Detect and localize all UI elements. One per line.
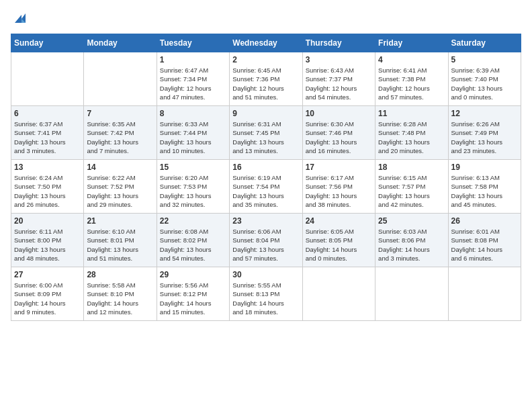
calendar-cell: 9Sunrise: 6:31 AM Sunset: 7:45 PM Daylig… xyxy=(230,106,302,160)
day-info: Sunrise: 6:31 AM Sunset: 7:45 PM Dayligh… xyxy=(232,120,299,155)
day-info: Sunrise: 6:15 AM Sunset: 7:57 PM Dayligh… xyxy=(378,173,445,209)
calendar-cell xyxy=(84,52,157,106)
day-number: 22 xyxy=(160,216,226,226)
header-day: Friday xyxy=(375,34,448,52)
day-number: 9 xyxy=(232,109,299,118)
calendar-cell: 11Sunrise: 6:28 AM Sunset: 7:48 PM Dayli… xyxy=(375,106,448,160)
day-info: Sunrise: 6:30 AM Sunset: 7:46 PM Dayligh… xyxy=(306,120,372,155)
day-info: Sunrise: 6:41 AM Sunset: 7:38 PM Dayligh… xyxy=(378,66,445,101)
page-header xyxy=(11,11,521,26)
calendar-cell: 16Sunrise: 6:19 AM Sunset: 7:54 PM Dayli… xyxy=(230,160,302,214)
calendar-week-row: 1Sunrise: 6:47 AM Sunset: 7:34 PM Daylig… xyxy=(11,52,521,106)
day-number: 1 xyxy=(160,55,226,64)
calendar-cell: 24Sunrise: 6:05 AM Sunset: 8:05 PM Dayli… xyxy=(302,214,375,267)
calendar-cell: 29Sunrise: 5:56 AM Sunset: 8:12 PM Dayli… xyxy=(157,267,229,321)
calendar-cell: 23Sunrise: 6:06 AM Sunset: 8:04 PM Dayli… xyxy=(230,214,302,267)
day-number: 19 xyxy=(451,163,518,172)
day-number: 25 xyxy=(378,216,445,226)
logo xyxy=(11,11,27,26)
calendar-cell: 10Sunrise: 6:30 AM Sunset: 7:46 PM Dayli… xyxy=(302,106,375,160)
calendar-cell: 2Sunrise: 6:45 AM Sunset: 7:36 PM Daylig… xyxy=(230,52,302,106)
calendar-week-row: 13Sunrise: 6:24 AM Sunset: 7:50 PM Dayli… xyxy=(11,160,521,214)
day-info: Sunrise: 6:08 AM Sunset: 8:02 PM Dayligh… xyxy=(160,227,226,263)
day-number: 20 xyxy=(14,216,81,226)
calendar-cell: 21Sunrise: 6:10 AM Sunset: 8:01 PM Dayli… xyxy=(84,214,157,267)
calendar-cell: 25Sunrise: 6:03 AM Sunset: 8:06 PM Dayli… xyxy=(375,214,448,267)
calendar-cell: 7Sunrise: 6:35 AM Sunset: 7:42 PM Daylig… xyxy=(84,106,157,160)
calendar-cell: 13Sunrise: 6:24 AM Sunset: 7:50 PM Dayli… xyxy=(11,160,84,214)
day-info: Sunrise: 6:37 AM Sunset: 7:41 PM Dayligh… xyxy=(14,120,81,155)
calendar-week-row: 20Sunrise: 6:11 AM Sunset: 8:00 PM Dayli… xyxy=(11,214,521,267)
calendar-cell: 18Sunrise: 6:15 AM Sunset: 7:57 PM Dayli… xyxy=(375,160,448,214)
header-day: Monday xyxy=(84,34,157,52)
calendar-cell xyxy=(375,267,448,321)
day-number: 13 xyxy=(14,163,81,172)
calendar-cell: 22Sunrise: 6:08 AM Sunset: 8:02 PM Dayli… xyxy=(157,214,229,267)
day-info: Sunrise: 6:20 AM Sunset: 7:53 PM Dayligh… xyxy=(160,173,226,209)
calendar-cell: 12Sunrise: 6:26 AM Sunset: 7:49 PM Dayli… xyxy=(448,106,521,160)
header-day: Tuesday xyxy=(157,34,229,52)
day-number: 15 xyxy=(160,163,226,172)
day-info: Sunrise: 6:05 AM Sunset: 8:05 PM Dayligh… xyxy=(306,227,372,263)
day-info: Sunrise: 5:58 AM Sunset: 8:10 PM Dayligh… xyxy=(87,281,153,316)
day-number: 5 xyxy=(451,55,518,64)
day-number: 3 xyxy=(306,55,372,64)
day-number: 7 xyxy=(87,109,153,118)
header-row: SundayMondayTuesdayWednesdayThursdayFrid… xyxy=(11,34,521,52)
day-number: 8 xyxy=(160,109,226,118)
day-number: 30 xyxy=(232,270,299,279)
day-info: Sunrise: 6:26 AM Sunset: 7:49 PM Dayligh… xyxy=(451,120,518,155)
day-number: 29 xyxy=(160,270,226,279)
day-info: Sunrise: 6:01 AM Sunset: 8:08 PM Dayligh… xyxy=(451,227,518,263)
calendar-cell: 20Sunrise: 6:11 AM Sunset: 8:00 PM Dayli… xyxy=(11,214,84,267)
header-day: Wednesday xyxy=(230,34,302,52)
calendar-cell: 17Sunrise: 6:17 AM Sunset: 7:56 PM Dayli… xyxy=(302,160,375,214)
logo-icon xyxy=(12,11,27,26)
calendar-week-row: 27Sunrise: 6:00 AM Sunset: 8:09 PM Dayli… xyxy=(11,267,521,321)
header-day: Thursday xyxy=(302,34,375,52)
day-info: Sunrise: 6:00 AM Sunset: 8:09 PM Dayligh… xyxy=(14,281,81,316)
day-number: 14 xyxy=(87,163,153,172)
day-info: Sunrise: 6:24 AM Sunset: 7:50 PM Dayligh… xyxy=(14,173,81,209)
day-number: 18 xyxy=(378,163,445,172)
calendar-week-row: 6Sunrise: 6:37 AM Sunset: 7:41 PM Daylig… xyxy=(11,106,521,160)
header-day: Saturday xyxy=(448,34,521,52)
day-info: Sunrise: 6:43 AM Sunset: 7:37 PM Dayligh… xyxy=(306,66,372,101)
calendar-cell: 4Sunrise: 6:41 AM Sunset: 7:38 PM Daylig… xyxy=(375,52,448,106)
day-number: 17 xyxy=(306,163,372,172)
calendar-cell: 26Sunrise: 6:01 AM Sunset: 8:08 PM Dayli… xyxy=(448,214,521,267)
day-number: 21 xyxy=(87,216,153,226)
calendar-cell xyxy=(448,267,521,321)
day-number: 12 xyxy=(451,109,518,118)
day-info: Sunrise: 5:55 AM Sunset: 8:13 PM Dayligh… xyxy=(232,281,299,316)
day-number: 26 xyxy=(451,216,518,226)
day-info: Sunrise: 6:19 AM Sunset: 7:54 PM Dayligh… xyxy=(232,173,299,209)
day-info: Sunrise: 6:28 AM Sunset: 7:48 PM Dayligh… xyxy=(378,120,445,155)
calendar-table: SundayMondayTuesdayWednesdayThursdayFrid… xyxy=(11,34,521,321)
day-info: Sunrise: 6:10 AM Sunset: 8:01 PM Dayligh… xyxy=(87,227,153,263)
calendar-cell: 30Sunrise: 5:55 AM Sunset: 8:13 PM Dayli… xyxy=(230,267,302,321)
calendar-cell: 8Sunrise: 6:33 AM Sunset: 7:44 PM Daylig… xyxy=(157,106,229,160)
day-number: 27 xyxy=(14,270,81,279)
day-info: Sunrise: 6:33 AM Sunset: 7:44 PM Dayligh… xyxy=(160,120,226,155)
day-info: Sunrise: 6:39 AM Sunset: 7:40 PM Dayligh… xyxy=(451,66,518,101)
day-number: 28 xyxy=(87,270,153,279)
day-info: Sunrise: 6:11 AM Sunset: 8:00 PM Dayligh… xyxy=(14,227,81,263)
day-number: 24 xyxy=(306,216,372,226)
day-number: 16 xyxy=(232,163,299,172)
calendar-cell: 6Sunrise: 6:37 AM Sunset: 7:41 PM Daylig… xyxy=(11,106,84,160)
day-info: Sunrise: 6:45 AM Sunset: 7:36 PM Dayligh… xyxy=(232,66,299,101)
day-number: 10 xyxy=(306,109,372,118)
calendar-cell xyxy=(11,52,84,106)
calendar-cell xyxy=(302,267,375,321)
calendar-cell: 3Sunrise: 6:43 AM Sunset: 7:37 PM Daylig… xyxy=(302,52,375,106)
calendar-cell: 27Sunrise: 6:00 AM Sunset: 8:09 PM Dayli… xyxy=(11,267,84,321)
header-day: Sunday xyxy=(11,34,84,52)
day-info: Sunrise: 5:56 AM Sunset: 8:12 PM Dayligh… xyxy=(160,281,226,316)
day-number: 23 xyxy=(232,216,299,226)
calendar-cell: 15Sunrise: 6:20 AM Sunset: 7:53 PM Dayli… xyxy=(157,160,229,214)
day-info: Sunrise: 6:13 AM Sunset: 7:58 PM Dayligh… xyxy=(451,173,518,209)
day-number: 4 xyxy=(378,55,445,64)
calendar-cell: 19Sunrise: 6:13 AM Sunset: 7:58 PM Dayli… xyxy=(448,160,521,214)
day-info: Sunrise: 6:35 AM Sunset: 7:42 PM Dayligh… xyxy=(87,120,153,155)
